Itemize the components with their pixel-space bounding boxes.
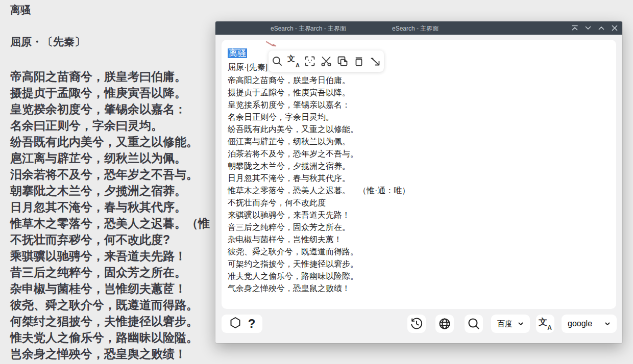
search-button[interactable] bbox=[271, 55, 284, 68]
ocr-poem-line: 皇览接系初度兮，肇锡亲以嘉名： bbox=[228, 99, 609, 111]
search-icon bbox=[271, 55, 283, 67]
ocr-poem-line: 日月忽其不淹兮，春与秋其代序。 bbox=[228, 172, 609, 185]
background-poem-line: 岂余身之惮殃兮，恐皇舆之败绩！ bbox=[10, 346, 230, 362]
red-brush-mark bbox=[264, 40, 278, 47]
main-actions-group: ? bbox=[222, 315, 262, 333]
ocr-poem-line: 彼尧、舜之耿介兮，既遵道而得路。 bbox=[228, 246, 609, 258]
chevron-up-icon bbox=[598, 24, 605, 32]
background-poem-line: 皇览揆余初度兮，肇锡余以嘉名： bbox=[10, 101, 230, 117]
ocr-poem-line: 摄提贞于孟隙兮，惟庚寅吾以降。 bbox=[228, 87, 609, 99]
bottom-bar: ? 百度 文A bbox=[215, 309, 622, 343]
ocr-poem-line: 僵江离与辟芷兮，纫秋兰以为佩。 bbox=[228, 136, 609, 148]
chevron-down-icon bbox=[604, 321, 611, 327]
trash-icon bbox=[353, 55, 365, 67]
ocr-text-area[interactable]: 离骚 屈原·[先秦] 帝高阳之苗裔兮，朕皇考日伯庸。 摄提贞于孟隙兮，惟庚寅吾以… bbox=[222, 40, 616, 309]
background-poem-line: 昔三后之纯粹兮，固众芳之所在。 bbox=[10, 264, 230, 280]
history-icon bbox=[410, 317, 423, 330]
background-poem-line: 纷吾既有此内美兮，又重之以修能。 bbox=[10, 134, 230, 150]
scan-frame-icon bbox=[304, 55, 316, 67]
translate-engine-value: google bbox=[568, 319, 592, 328]
search-engine-value: 百度 bbox=[497, 319, 513, 329]
window-title: arch - 主界面 bbox=[310, 24, 346, 33]
ocr-rescan-button[interactable] bbox=[304, 55, 316, 68]
ocr-poem-line: 不抚壮而弃兮，何不改此度 bbox=[228, 197, 609, 209]
background-poem-line: 日月忽其不淹兮，春与秋其代序。 bbox=[10, 199, 230, 215]
background-poem-line: 帝高阳之苗裔兮，朕皇考曰伯庸。 bbox=[10, 68, 230, 85]
window-titlebar[interactable]: eSearch - 主界 arch - 主界面 eSearch - 主界面 bbox=[215, 21, 622, 35]
pin-top-icon bbox=[571, 24, 578, 32]
close-icon bbox=[611, 24, 618, 32]
roll-up-button[interactable] bbox=[597, 23, 606, 33]
background-poem-author: 屈原・〔先秦〕 bbox=[10, 35, 85, 49]
background-poem-line: 摄提贞于孟陬兮，惟庚寅吾以降。 bbox=[10, 85, 230, 101]
copy-icon bbox=[336, 55, 349, 67]
ocr-poem-line: 准夫党人之偷乐兮，路幽味以险際。 bbox=[228, 270, 609, 282]
web-search-button[interactable] bbox=[465, 315, 483, 333]
background-poem-line: 扈江离与辟芷兮，纫秋兰以为佩。 bbox=[10, 150, 230, 166]
background-poem-line: 惟夫党人之偷乐兮，路幽昧以险隘。 bbox=[10, 329, 230, 346]
background-poem: 帝高阳之苗裔兮，朕皇考曰伯庸。 摄提贞于孟陬兮，惟庚寅吾以降。 皇览揆余初度兮，… bbox=[10, 68, 230, 364]
window-title: eSearch - 主界 bbox=[271, 24, 311, 33]
help-button[interactable]: ? bbox=[248, 318, 256, 330]
ocr-poem-line: 惟草木之零落兮，恐美人之迟暮。 （惟·通：唯） bbox=[228, 185, 609, 197]
cut-button[interactable] bbox=[320, 55, 333, 68]
background-poem-line: 杂申椒与菌桂兮，岂惟纫夫蕙茝！ bbox=[10, 280, 230, 297]
open-in-browser-button[interactable] bbox=[435, 315, 454, 333]
translate-button[interactable]: 文A bbox=[287, 55, 300, 68]
background-poem-title: 离骚 bbox=[10, 3, 31, 17]
chevron-down-icon bbox=[585, 24, 592, 32]
background-poem-line: 乘骐骥以驰骋兮，来吾道夫先路！ bbox=[10, 248, 230, 264]
search-icon bbox=[467, 317, 480, 330]
translate-icon: 文A bbox=[539, 317, 552, 330]
chevron-down-icon bbox=[518, 321, 524, 327]
ocr-poem-line: 杂电椒与菌样兮，岂惟纫夫蕙！ bbox=[228, 233, 609, 246]
history-button[interactable] bbox=[407, 315, 426, 333]
window-controls bbox=[570, 21, 619, 35]
clear-button[interactable] bbox=[353, 55, 366, 68]
diagonal-arrow-icon bbox=[369, 55, 381, 67]
ocr-poem-line: 可架约之指披兮，天惟捷径以窘步。 bbox=[228, 258, 609, 270]
translate-button[interactable]: 文A bbox=[536, 315, 554, 333]
hexagon-icon bbox=[229, 316, 242, 329]
background-poem-line: 汨余若将不及兮，恐年岁之不吾与。 bbox=[10, 166, 230, 183]
ocr-poem-line: 朝攀陇之木兰兮，夕揽洲之宿养。 bbox=[228, 160, 609, 172]
roll-down-button[interactable] bbox=[583, 23, 593, 33]
translate-icon: 文A bbox=[287, 55, 300, 67]
background-poem-line: 何桀纣之猖披兮，夫惟捷径以窘步。 bbox=[10, 313, 230, 329]
background-poem-line: 彼尧、舜之耿介兮，既遵道而得路。 bbox=[10, 297, 230, 313]
search-engine-select[interactable]: 百度 bbox=[491, 315, 530, 333]
ocr-poem-line: 音三后之纯粹兮，固众芳之所在。 bbox=[228, 221, 609, 233]
ocr-poem-line: 名余日正则兮，字余日灵均。 bbox=[228, 111, 609, 123]
background-poem-line: 名余曰正则兮，字余曰灵均。 bbox=[10, 117, 230, 134]
ocr-poem-line: 帝高阳之苗裔兮，朕皇考日伯庸。 bbox=[228, 74, 609, 87]
pin-to-top-button[interactable] bbox=[570, 23, 579, 33]
close-button[interactable] bbox=[610, 23, 619, 33]
translate-engine-select[interactable]: google bbox=[562, 315, 617, 333]
copy-button[interactable] bbox=[336, 55, 349, 68]
ocr-poem: 帝高阳之苗裔兮，朕皇考日伯庸。 摄提贞于孟隙兮，惟庚寅吾以降。 皇览接系初度兮，… bbox=[228, 74, 609, 295]
background-poem-line: 惟草木之零落兮，恐美人之迟暮。（惟 bbox=[10, 215, 230, 231]
ocr-poem-line: 气余身之惮殃兮，恐皇鼠之败绩！ bbox=[228, 282, 609, 295]
draw-arrow-button[interactable] bbox=[369, 55, 382, 68]
ocr-poem-line: 纷吾既有此内美兮，又重之以修能。 bbox=[228, 123, 609, 136]
background-poem-line: 忽奔走以先后兮，及前王之踵武。 bbox=[10, 362, 230, 364]
background-poem-line: 朝搴阰之木兰兮，夕揽洲之宿莽。 bbox=[10, 183, 230, 199]
scissors-icon bbox=[320, 55, 332, 67]
esearch-window: eSearch - 主界 arch - 主界面 eSearch - 主界面 离骚… bbox=[215, 21, 622, 343]
window-title: eSearch - 主界面 bbox=[392, 24, 439, 33]
selected-text: 离骚 bbox=[228, 48, 247, 58]
globe-icon bbox=[438, 317, 451, 330]
selection-toolbar: 文A bbox=[269, 50, 384, 72]
background-poem-line: 不抚壮而弃秽兮，何不改此度? bbox=[10, 231, 230, 248]
ocr-poem-line: 泊茶若将不及兮，恐年岁之不吾与。 bbox=[228, 148, 609, 160]
ocr-poem-line: 来骐骥以驰骋兮，来吾道天先路！ bbox=[228, 209, 609, 221]
main-menu-button[interactable] bbox=[229, 316, 242, 331]
